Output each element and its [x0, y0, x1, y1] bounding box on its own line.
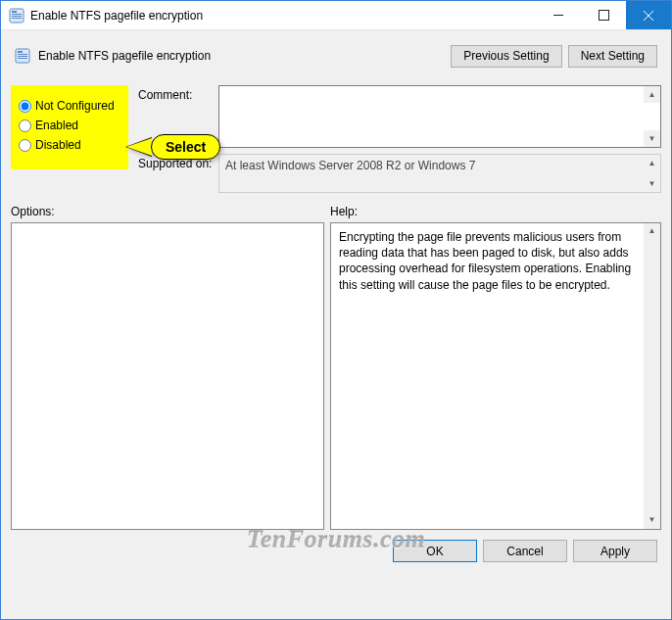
header-row: Enable NTFS pagefile encryption Previous…: [11, 40, 661, 72]
svg-rect-10: [18, 56, 27, 57]
comment-textarea[interactable]: ▲ ▼: [218, 85, 661, 148]
comment-label: Comment:: [138, 85, 218, 102]
scroll-down-icon[interactable]: ▼: [644, 512, 660, 529]
radio-disabled[interactable]: Disabled: [19, 138, 120, 152]
policy-icon: [15, 48, 30, 64]
svg-rect-1: [12, 11, 17, 13]
dialog-buttons: OK Cancel Apply: [11, 540, 661, 562]
titlebar: Enable NTFS pagefile encryption: [1, 1, 671, 30]
radio-enabled[interactable]: Enabled: [19, 119, 120, 132]
help-scrollbar[interactable]: ▲ ▼: [644, 223, 660, 529]
help-label: Help:: [330, 205, 661, 218]
scroll-up-icon[interactable]: ▲: [644, 86, 660, 103]
svg-rect-8: [18, 51, 23, 53]
help-text: Encrypting the page file prevents malici…: [339, 230, 631, 292]
previous-setting-button[interactable]: Previous Setting: [451, 45, 561, 68]
options-box: [11, 222, 324, 530]
content-area: Enable NTFS pagefile encryption Previous…: [1, 30, 671, 619]
cancel-button[interactable]: Cancel: [483, 540, 567, 562]
minimize-button[interactable]: [536, 1, 581, 29]
state-radio-group: Not Configured Enabled Disabled: [11, 85, 128, 169]
radio-disabled-input[interactable]: [19, 139, 31, 152]
lower-row: Options: Help: Encrypting the page file …: [11, 205, 661, 530]
window-title: Enable NTFS pagefile encryption: [30, 9, 536, 23]
radio-enabled-label: Enabled: [35, 119, 78, 132]
radio-enabled-input[interactable]: [19, 119, 31, 132]
maximize-button[interactable]: [581, 1, 626, 29]
help-box: Encrypting the page file prevents malici…: [330, 222, 661, 530]
options-label: Options:: [11, 205, 324, 218]
svg-rect-4: [12, 18, 22, 19]
next-setting-button[interactable]: Next Setting: [568, 45, 657, 68]
policy-title: Enable NTFS pagefile encryption: [38, 49, 451, 63]
svg-rect-11: [18, 58, 27, 59]
nav-buttons: Previous Setting Next Setting: [451, 45, 657, 68]
svg-rect-3: [12, 16, 22, 17]
radio-not-configured-label: Not Configured: [35, 99, 115, 113]
scroll-down-icon: ▼: [644, 175, 660, 192]
radio-disabled-label: Disabled: [35, 138, 81, 152]
annotation-text: Select: [151, 134, 220, 160]
close-button[interactable]: [626, 1, 671, 29]
supported-row: Supported on: At least Windows Server 20…: [138, 154, 661, 193]
annotation-callout: Select: [126, 134, 220, 160]
svg-rect-9: [18, 54, 27, 55]
scroll-up-icon[interactable]: ▲: [644, 223, 660, 240]
window-controls: [536, 1, 671, 29]
scroll-down-icon[interactable]: ▼: [644, 130, 660, 147]
options-column: Options:: [11, 205, 324, 530]
settings-row: Not Configured Enabled Disabled Comment:…: [11, 85, 661, 199]
help-column: Help: Encrypting the page file prevents …: [330, 205, 661, 530]
supported-on-value: At least Windows Server 2008 R2 or Windo…: [225, 159, 475, 172]
radio-not-configured-input[interactable]: [19, 100, 31, 113]
svg-rect-2: [12, 14, 22, 15]
apply-button[interactable]: Apply: [573, 540, 657, 562]
scroll-up-icon: ▲: [644, 155, 660, 171]
supported-on-box: At least Windows Server 2008 R2 or Windo…: [218, 154, 661, 193]
ok-button[interactable]: OK: [393, 540, 477, 562]
radio-not-configured[interactable]: Not Configured: [19, 99, 120, 113]
app-icon: [9, 8, 24, 24]
